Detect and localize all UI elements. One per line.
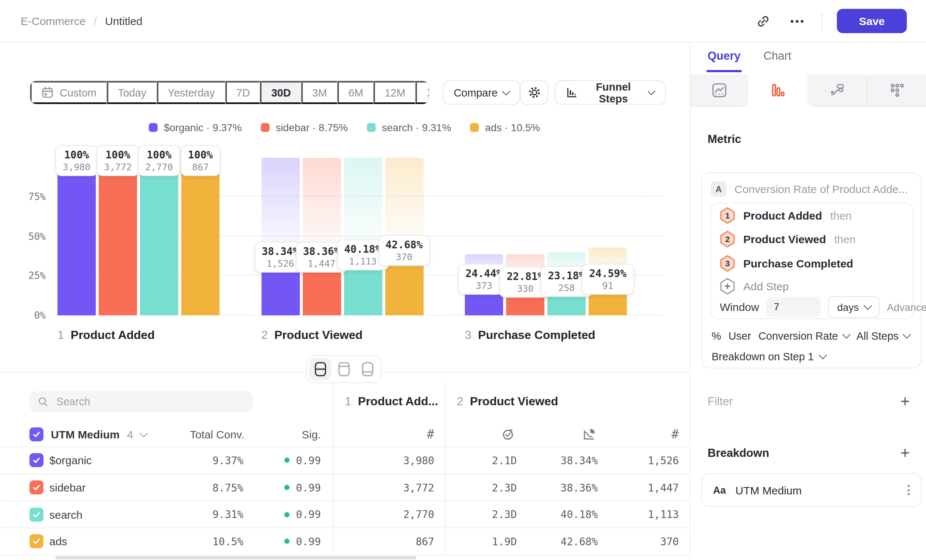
breakdown-item[interactable]: Aa UTM Medium xyxy=(701,473,921,507)
share-link-icon[interactable] xyxy=(754,11,773,30)
avg-time-metric-icon[interactable] xyxy=(501,421,514,446)
measure-row: % User Conversion Rate All Steps xyxy=(712,330,910,342)
select-all-checkbox[interactable] xyxy=(29,427,44,441)
funnel-ghost-bar xyxy=(303,157,341,254)
legend-item-organic[interactable]: $organic · 9.37% xyxy=(149,121,242,133)
measure-entity[interactable]: User xyxy=(729,330,751,342)
query-step-then: then xyxy=(834,233,856,245)
measure-scope-select[interactable]: All Steps xyxy=(856,330,909,342)
chart-view-selector[interactable]: Funnel Steps xyxy=(555,80,666,104)
step1-count: 3,772 xyxy=(403,474,434,500)
layout-split-button[interactable] xyxy=(309,358,331,380)
compare-button[interactable]: Compare xyxy=(443,80,520,104)
query-step-then: then xyxy=(830,209,852,221)
chevron-down-icon xyxy=(648,87,656,95)
legend-item-ads[interactable]: ads · 10.5% xyxy=(471,121,540,133)
window-unit-select[interactable]: days xyxy=(828,296,880,318)
kebab-menu-icon[interactable] xyxy=(908,484,910,495)
table-row-organic[interactable]: $organic9.37%0.993,9802.1D38.34%1,526 xyxy=(0,447,689,474)
step-name: Product Added xyxy=(71,328,155,342)
row-checkbox[interactable] xyxy=(29,534,44,549)
chevron-down-icon xyxy=(819,351,827,360)
breakdown-on-select[interactable]: Breakdown on Step 1 xyxy=(712,351,825,363)
count-metric-icon[interactable]: # xyxy=(672,421,679,446)
chart-legend: $organic · 9.37%sidebar · 8.75%search · … xyxy=(0,121,689,133)
bar-count-label: 1,113 xyxy=(344,255,381,266)
save-button[interactable]: Save xyxy=(837,9,907,33)
query-step-3[interactable]: 3Purchase Completed xyxy=(720,255,853,271)
layout-toggle xyxy=(306,355,381,383)
funnel-bar-sidebar-step1[interactable] xyxy=(99,157,137,315)
bar-value-label: 100%3,980 xyxy=(55,145,98,176)
range-30d[interactable]: 30D xyxy=(260,81,301,104)
add-breakdown-button[interactable]: + xyxy=(900,446,910,460)
funnel-bar-organic-step1[interactable] xyxy=(57,157,96,315)
row-checkbox[interactable] xyxy=(29,480,44,495)
query-step-2[interactable]: 2Product Viewedthen xyxy=(720,231,856,247)
tab-query[interactable]: Query xyxy=(708,49,741,72)
chart-type-tab-line-chart[interactable] xyxy=(690,74,749,107)
range-xtd[interactable]: XTD xyxy=(416,81,430,104)
hexagon-step-badge: 3 xyxy=(720,254,735,271)
sig-column-header[interactable]: Sig. xyxy=(302,421,321,446)
advanced-toggle[interactable]: Advanced xyxy=(887,301,926,313)
breakdown-column-header[interactable]: UTM Medium 4 xyxy=(29,421,146,446)
range-3m[interactable]: 3M xyxy=(301,81,337,104)
funnel-bar-search-step1[interactable] xyxy=(140,157,178,315)
horizontal-scrollbar-thumb[interactable] xyxy=(55,556,416,559)
breadcrumb: E-Commerce / Untitled xyxy=(21,0,142,42)
layout-chart-only-button[interactable] xyxy=(333,358,355,380)
row-checkbox[interactable] xyxy=(29,454,44,468)
legend-item-search[interactable]: search · 9.31% xyxy=(367,121,451,133)
search-input[interactable] xyxy=(55,395,245,408)
step-number: 1 xyxy=(57,328,64,342)
breadcrumb-current[interactable]: Untitled xyxy=(105,15,142,27)
more-menu-icon[interactable] xyxy=(787,11,806,30)
step1-count: 3,980 xyxy=(403,447,434,474)
range-yesterday[interactable]: Yesterday xyxy=(157,81,225,104)
table-row-search[interactable]: search9.31%0.992,7702.3D40.18%1,113 xyxy=(0,501,689,528)
table-row-sidebar[interactable]: sidebar8.75%0.993,7722.3D38.36%1,447 xyxy=(0,474,689,501)
calendar-icon xyxy=(41,86,54,99)
add-step-button[interactable]: Add Step xyxy=(720,278,788,294)
metric-title-row[interactable]: A Conversion Rate of Product Adde... xyxy=(711,181,908,197)
chart-type-tab-funnel[interactable] xyxy=(749,74,808,107)
measure-prefix[interactable]: % xyxy=(712,330,721,342)
legend-item-sidebar[interactable]: sidebar · 8.75% xyxy=(261,121,348,133)
row-checkbox[interactable] xyxy=(29,507,44,521)
step-name: Product Viewed xyxy=(274,328,362,342)
total-conv-column-header[interactable]: Total Conv. xyxy=(190,421,244,446)
measure-metric-select[interactable]: Conversion Rate xyxy=(758,330,849,342)
funnel-step-labels: 1Product Added2Product Viewed3Purchase C… xyxy=(57,328,663,345)
count-metric-icon[interactable]: # xyxy=(427,421,435,446)
range-custom[interactable]: Custom xyxy=(30,81,107,104)
bar-pct-label: 24.59% xyxy=(589,267,626,280)
range-label: 30D xyxy=(271,86,291,98)
layout-table-only-button[interactable] xyxy=(357,358,379,380)
conv-rate-value: 40.18% xyxy=(561,501,598,528)
tab-chart[interactable]: Chart xyxy=(764,49,791,72)
legend-label: sidebar · 8.75% xyxy=(275,121,348,133)
range-label: 3M xyxy=(312,86,327,98)
step2-count: 1,113 xyxy=(648,501,679,528)
table-search[interactable] xyxy=(29,391,253,412)
breadcrumb-parent[interactable]: E-Commerce xyxy=(21,15,86,27)
range-today[interactable]: Today xyxy=(107,81,157,104)
range-12m[interactable]: 12M xyxy=(374,81,416,104)
window-value-input[interactable] xyxy=(767,297,821,317)
range-7d[interactable]: 7D xyxy=(225,81,260,104)
range-6m[interactable]: 6M xyxy=(337,81,374,104)
query-panel: Query Chart xyxy=(689,43,926,560)
funnel-bar-ads-step1[interactable] xyxy=(181,157,219,315)
funnel-step-label-1: 1Product Added xyxy=(57,328,155,342)
chart-settings-button[interactable] xyxy=(520,80,548,104)
chevron-down-icon xyxy=(842,330,850,339)
y-axis-tick-label: 50% xyxy=(28,231,46,242)
query-step-1[interactable]: 1Product Addedthen xyxy=(720,207,852,223)
add-filter-button[interactable]: + xyxy=(900,395,910,408)
chart-type-tab-flow[interactable] xyxy=(808,74,867,107)
conversion-metric-icon[interactable] xyxy=(582,421,596,446)
breakdown-item-label: UTM Medium xyxy=(735,484,802,496)
table-row-ads[interactable]: ads10.5%0.998671.9D42.68%370 xyxy=(0,528,689,555)
chart-type-tab-grid-dots[interactable] xyxy=(867,74,926,107)
